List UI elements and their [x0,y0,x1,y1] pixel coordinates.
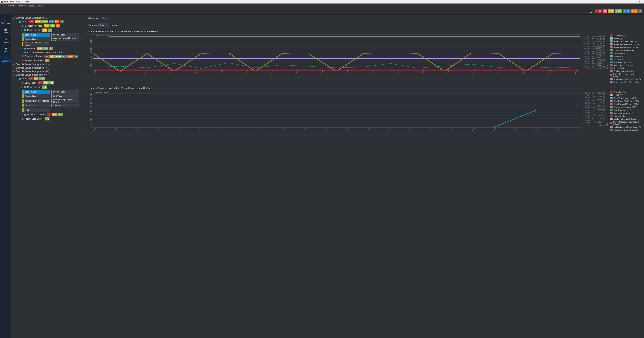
tree-badge[interactable]: ✓144 [55,55,62,58]
tree-badge[interactable]: W1 [34,77,39,80]
tree-badge[interactable]: ✓52 [48,81,54,84]
tree-badge[interactable]: ✓43 [58,113,63,116]
tree-dc-probe[interactable]: ›Datacenter Probe‼16W2✓144II66U1?1 [12,54,84,58]
sensor-disk-io-0-c-[interactable]: Disk IO 0 C: [22,104,50,107]
chart-1-svg [93,36,580,71]
axis-column: 5d 18h5d 5h4d 15h4d 1h3d 11h2d 21h2d 7h1… [597,91,602,126]
tree-badge[interactable]: ✓33 [50,24,55,28]
tree-network-discovery[interactable]: ›Network Discovery‼6W1✓43 [12,112,84,117]
tree-core-server-2[interactable]: ›PRTG Core Server✓1 [12,117,84,121]
tree-badge[interactable]: ?1 [74,55,78,58]
maximize-button[interactable]: ◻ [630,0,637,3]
tree-badge[interactable]: ?1 [60,20,64,23]
device-tree[interactable]: ⌄Example Server 1 (prtgadmin) (273) ⌄Roo… [11,15,85,338]
tree-server-1[interactable]: ⌄Example Server 1 (prtgadmin) (273) [12,16,84,20]
refresh-icon[interactable] [590,10,592,13]
tree-badge[interactable]: ✓29 [42,47,48,50]
status-badge-pink[interactable]: !1 [602,10,607,13]
tree-badge[interactable]: II66 [62,55,68,58]
tree-root-2[interactable]: ⌄Root‼6W1✓53 [12,76,84,81]
sensor-core-health[interactable]: Core Health [22,33,50,37]
tab-graphs[interactable]: Graphs [102,17,110,21]
menu-file[interactable]: File [2,4,5,7]
tree-badge[interactable]: ✓4 [48,28,52,32]
status-badge-orange[interactable]: U19 [630,10,637,13]
nav-report[interactable]: ⎙Report [0,35,11,45]
sensor-disk-free[interactable]: Disk Free [51,94,79,98]
status-badge-gray[interactable]: ?1 [637,10,642,13]
legend-item: Maintenance Days (#) [610,64,642,66]
sensor-system-health[interactable]: System Health [22,38,50,41]
tree-badge[interactable]: ‼6 [38,81,42,84]
nav-details[interactable]: ▦Details [0,26,11,35]
tree-badge[interactable]: ✓53 [39,77,45,80]
tree-badge[interactable]: ‼6 [47,113,52,116]
axis-column: 130.000120.000110.000100.00090.00080.000… [584,91,590,126]
tree-badge[interactable]: ✓1 [45,59,50,62]
tree-badge[interactable]: ‼16 [28,20,34,23]
sensor-free-disk-space-multi-drive-[interactable]: Free Disk Space (Multi Drive) [51,99,79,103]
chart-2: Live Graph, 2 hours 10095908580757065605… [87,91,582,133]
tree-badge[interactable]: U1 [56,24,60,28]
tree-server-4[interactable]: ›Example Server 4 (prtgadmin) (90) [12,70,84,73]
status-badge-yellow[interactable]: W68 [608,10,614,13]
tree-corp[interactable]: ›Corp. Presales Administrators home [12,51,84,54]
graph-range-select[interactable]: Live [98,23,109,27]
tree-badge[interactable]: W1 [52,113,57,116]
tree-probe-device-1[interactable]: ⌄Probe DeviceW1✓4 [12,28,84,32]
tree-local-probe[interactable]: ⌄Local Probe‼6W1✓52 [12,81,84,85]
nav-sets[interactable]: ≣Sets [0,45,11,54]
sensor-ping[interactable]: Ping [22,108,50,112]
tree-badge[interactable]: ✓1 [45,117,50,120]
tree-badge[interactable]: U1 [68,55,73,58]
legend-1: Downtime (%)Health (%)Free Virtual Memor… [610,34,642,83]
tree-badge[interactable]: ‼6 [28,77,33,80]
tree-badge[interactable]: ‼16 [44,55,49,58]
tree-server-5[interactable]: ⌄Example Server (prtgadmin) (60) [12,73,84,76]
legend-item: Notifications in Send Queue (#) [610,78,642,80]
sensor-amazon-elastic-network-ad-[interactable]: Amazon Elastic Network Ad... [51,38,79,41]
tree-root-1[interactable]: ⌄Root‼16W10✓178II66U2?1 [12,20,84,24]
tree-server-2[interactable]: ›Example Server 2 (prtgadmin) (116) [12,62,84,66]
status-badge-green[interactable]: ✓650 [615,10,622,13]
legend-item: Health (%) [610,94,642,96]
tree-badge[interactable]: U1 [49,47,53,50]
sensor-system-health[interactable]: System Health [22,94,50,98]
tree-colo-probe[interactable]: ⌄Co-location ProbeW8✓33U1 [12,24,84,28]
menu-help[interactable]: Help [38,4,43,7]
sensor-prtg-webserver-login-failed[interactable]: PRTG Webserver Login failed [22,42,50,46]
tree-badge[interactable]: W10 [34,20,41,23]
close-button[interactable]: ✕ [637,0,643,3]
status-badge-blue[interactable]: II127 [623,10,630,13]
status-bar: ‼104 !1 W68 ✓650 II127 U19 ?1 [0,8,644,15]
tree-badge[interactable]: II66 [48,20,54,23]
tree-badge[interactable]: ✓178 [41,20,48,23]
minimize-button[interactable]: — [624,0,630,3]
nav-overview[interactable]: ☰Overview [0,54,11,64]
tree-external[interactable]: ›ExternalW7✓29U1 [12,46,84,51]
menu-servers[interactable]: Servers [8,4,16,7]
nav-dashboard[interactable]: ▭Dashboard [0,16,11,26]
tree-badge[interactable]: W1 [43,81,48,84]
menu-window[interactable]: Window [19,4,26,7]
menu-extras[interactable]: Extras [29,4,35,7]
tree-badge[interactable]: U2 [54,20,59,23]
details-icon: ▦ [4,28,8,31]
tree-badge[interactable]: W8 [44,24,49,28]
sensor-volume-io-c-[interactable]: Volume IO C: [51,104,79,107]
sensor-vmxnet3-ethernet-adapter[interactable]: vmxnet3 Ethernet Adapter [22,99,50,103]
tree-core-server-1[interactable]: ›PRTG Core Server✓1 [12,58,84,62]
tree-badge[interactable]: ✓9 [42,86,47,89]
sensor-probe-health[interactable]: Probe Health [51,33,79,37]
status-badge-red[interactable]: ‼104 [595,10,602,13]
sensor-probe-health[interactable]: Probe Health [51,90,79,94]
left-nav: ▭Dashboard ▦Details ⎙Report ≣Sets ☰Overv… [0,15,11,338]
tree-badge[interactable]: W1 [42,28,47,32]
tree-probe-device-2[interactable]: ⌄Probe Device✓9 [12,85,84,89]
sensor-core-health[interactable]: Core Health [22,90,50,94]
legend-item: Health (%) [610,38,642,40]
tree-server-3[interactable]: ›Example Server 3 (prtgadmin) (431) [12,66,84,70]
tree-badge[interactable]: W2 [50,55,54,58]
tab-overview[interactable]: Overview [88,17,98,21]
tree-badge[interactable]: W7 [37,47,42,50]
